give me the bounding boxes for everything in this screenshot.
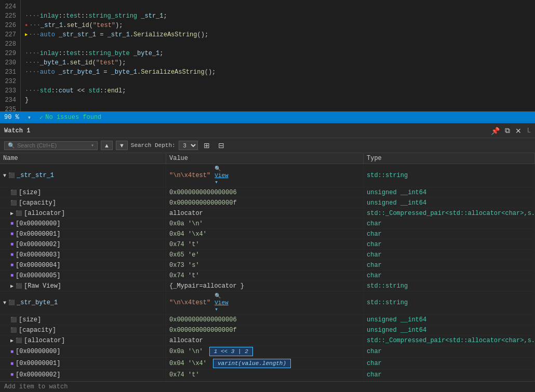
collapse-icon[interactable]: ▼ bbox=[3, 173, 6, 179]
table-row[interactable]: ■ [0x00000003] 0x65 'e' char bbox=[0, 250, 535, 260]
cell-name-cap-1[interactable]: ⬛ [capacity] bbox=[0, 198, 166, 208]
cell-name-idx4-1[interactable]: ■ [0x00000004] bbox=[0, 260, 166, 270]
cell-type-size-1: unsigned __int64 bbox=[364, 187, 535, 197]
cell-name-size-2[interactable]: ⬛ [size] bbox=[0, 315, 166, 325]
table-row[interactable]: ⬛ [capacity] 0x000000000000000f unsigned… bbox=[0, 325, 535, 335]
table-row[interactable]: ■ [0x00000001] 0x04 '\x4' char bbox=[0, 229, 535, 239]
watch-table-body[interactable]: ▼ ⬛ _str_str_1 "\n\x4test" 🔍 View ▾ std:… bbox=[0, 164, 535, 381]
cell-name-idx1-1[interactable]: ■ [0x00000001] bbox=[0, 229, 166, 239]
cell-value-idx5-1: 0x74 't' bbox=[166, 271, 364, 280]
add-item-row[interactable]: Add item to watch bbox=[0, 381, 535, 392]
cell-name-cap-2[interactable]: ⬛ [capacity] bbox=[0, 325, 166, 335]
cell-value-size-2: 0x0000000000000006 bbox=[166, 315, 364, 325]
cell-value-alloc-1: allocator bbox=[166, 208, 364, 218]
cell-value-str-str-1: "\n\x4test" 🔍 View ▾ bbox=[166, 164, 364, 187]
cell-type-idx1-1: char bbox=[364, 229, 535, 239]
code-line-227: ▶···auto _str_str_1 = _str_1.SerializeAs… bbox=[25, 30, 535, 39]
table-row[interactable]: ■ [0x00000002] 0x74 't' char bbox=[0, 239, 535, 250]
variable-icon: ⬛ bbox=[10, 327, 17, 333]
cell-name-alloc-1[interactable]: ▶ ⬛ [allocator] bbox=[0, 208, 166, 218]
table-row[interactable]: ▼ ⬛ _str_byte_1 "\n\x4test" 🔍 View ▾ std… bbox=[0, 291, 535, 315]
table-row[interactable]: ⬛ [size] 0x0000000000000006 unsigned __i… bbox=[0, 315, 535, 325]
cell-name-str-byte-1[interactable]: ▼ ⬛ _str_byte_1 bbox=[0, 291, 166, 314]
table-row[interactable]: ⬛ [capacity] 0x000000000000000f unsigned… bbox=[0, 198, 535, 208]
cell-name-alloc-2[interactable]: ▶ ⬛ [allocator] bbox=[0, 335, 166, 345]
cell-type-idx2-1: char bbox=[364, 239, 535, 249]
code-editor: 224 225 226 227 228 229 230 231 232 233 … bbox=[0, 0, 535, 112]
table-row[interactable]: ▼ ⬛ _str_str_1 "\n\x4test" 🔍 View ▾ std:… bbox=[0, 164, 535, 187]
search-input[interactable] bbox=[17, 142, 89, 148]
variable-icon: ⬛ bbox=[16, 283, 22, 289]
watch-toolbar: 🔍 ▾ ▲ ▼ Search Depth: 3 1 2 4 5 ⊞ ⊟ bbox=[0, 138, 535, 153]
cell-name-size-1[interactable]: ⬛ [size] bbox=[0, 187, 166, 197]
table-row[interactable]: ■ [0x00000004] 0x73 's' char bbox=[0, 260, 535, 271]
cell-value-raw-1: {_Mypair=allocator } bbox=[166, 281, 364, 291]
cell-value-idx2-1: 0x74 't' bbox=[166, 239, 364, 249]
table-row[interactable]: ⬛ [size] 0x0000000000000006 unsigned __i… bbox=[0, 187, 535, 198]
search-depth-select[interactable]: 3 1 2 4 5 bbox=[179, 141, 198, 150]
col-header-type: Type bbox=[364, 153, 535, 164]
cell-name-idx1-2[interactable]: ■ [0x00000001] bbox=[0, 358, 166, 369]
col-header-value: Value bbox=[166, 153, 364, 164]
view-link[interactable]: 🔍 View ▾ bbox=[215, 165, 228, 186]
code-line-230: ····_byte_1.set_id("test"); bbox=[25, 58, 535, 67]
no-issues-status: ✓ No issues found bbox=[39, 114, 101, 121]
cell-value-idx2-2: 0x74 't' bbox=[166, 370, 364, 380]
table-row[interactable]: ▶ ⬛ [allocator] allocator std::_Compress… bbox=[0, 208, 535, 219]
variable-icon: ■ bbox=[10, 231, 14, 237]
variable-icon: ⬛ bbox=[8, 300, 15, 306]
watch-float-button[interactable]: ⧉ bbox=[503, 126, 512, 136]
table-row[interactable]: ■ [0x00000005] 0x74 't' char bbox=[0, 271, 535, 281]
watch-title: Watch 1 bbox=[4, 127, 30, 134]
cell-value-str-byte-1: "\n\x4test" 🔍 View ▾ bbox=[166, 291, 364, 314]
variable-icon: ■ bbox=[10, 252, 14, 258]
table-row[interactable]: ■ [0x00000000] 0x0a '\n' 1 << 3 | 2 char bbox=[0, 346, 535, 358]
cell-name-idx5-1[interactable]: ■ [0x00000005] bbox=[0, 271, 166, 280]
watch-close-button[interactable]: ✕ bbox=[514, 126, 523, 136]
watch-header: Watch 1 📌 ⧉ ✕ L bbox=[0, 124, 535, 138]
code-line-234: } bbox=[25, 96, 535, 105]
search-depth-label: Search Depth: bbox=[131, 142, 176, 148]
cell-value-idx0-2: 0x0a '\n' 1 << 3 | 2 bbox=[166, 346, 364, 357]
search-dropdown-icon[interactable]: ▾ bbox=[91, 142, 94, 148]
cell-name-idx3-1[interactable]: ■ [0x00000003] bbox=[0, 250, 166, 260]
cell-type-idx0-2: char bbox=[364, 346, 535, 357]
search-box-container: 🔍 ▾ bbox=[4, 141, 98, 150]
search-prev-button[interactable]: ▲ bbox=[101, 141, 113, 150]
watch-controls: 📌 ⧉ ✕ L bbox=[489, 126, 531, 136]
cell-name-idx0-1[interactable]: ■ [0x00000000] bbox=[0, 219, 166, 228]
table-row[interactable]: ▶ ⬛ [allocator] allocator std::_Compress… bbox=[0, 335, 535, 346]
cell-name-idx0-2[interactable]: ■ [0x00000000] bbox=[0, 346, 166, 357]
cell-type-idx3-1: char bbox=[364, 250, 535, 260]
cell-name-raw-1[interactable]: ▶ ⬛ [Raw View] bbox=[0, 281, 166, 291]
search-next-button[interactable]: ▼ bbox=[116, 141, 128, 150]
table-row[interactable]: ■ [0x00000000] 0x0a '\n' char bbox=[0, 219, 535, 229]
expand-icon[interactable]: ▶ bbox=[10, 337, 14, 344]
cell-type-idx5-1: char bbox=[364, 271, 535, 280]
cell-name-str-str-1[interactable]: ▼ ⬛ _str_str_1 bbox=[0, 164, 166, 187]
table-row[interactable]: ▶ ⬛ [Raw View] {_Mypair=allocator } std:… bbox=[0, 281, 535, 291]
cell-name-idx2-2[interactable]: ■ [0x00000002] bbox=[0, 370, 166, 380]
variable-icon: ■ bbox=[10, 262, 14, 268]
code-line-225: ····inlay::test::string_string _str_1; bbox=[25, 11, 535, 21]
watch-panel: Watch 1 📌 ⧉ ✕ L 🔍 ▾ ▲ ▼ Search Depth: 3 … bbox=[0, 123, 535, 392]
collapse-icon[interactable]: ▼ bbox=[3, 300, 6, 306]
cell-value-idx1-2: 0x04 '\x4' varint(value.length) bbox=[166, 358, 364, 369]
expand-all-button[interactable]: ⊞ bbox=[201, 140, 212, 151]
view-link-2[interactable]: 🔍 View ▾ bbox=[215, 292, 228, 313]
variable-icon: ⬛ bbox=[16, 337, 22, 344]
table-row[interactable]: ■ [0x00000001] 0x04 '\x4' varint(value.l… bbox=[0, 358, 535, 370]
cell-type-idx4-1: char bbox=[364, 260, 535, 270]
table-row[interactable]: ■ [0x00000002] 0x74 't' char bbox=[0, 370, 535, 380]
zoom-level[interactable]: 90 % bbox=[4, 114, 19, 121]
cell-type-size-2: unsigned __int64 bbox=[364, 315, 535, 325]
watch-pin-button[interactable]: 📌 bbox=[489, 126, 501, 136]
expand-icon[interactable]: ▶ bbox=[10, 283, 14, 289]
add-item-label: Add item to watch bbox=[4, 383, 68, 390]
cell-type-raw-1: std::string bbox=[364, 281, 535, 291]
expand-icon[interactable]: ▶ bbox=[10, 210, 14, 217]
cell-name-idx2-1[interactable]: ■ [0x00000002] bbox=[0, 239, 166, 249]
watch-expand-icon[interactable]: L bbox=[527, 127, 531, 134]
cell-value-idx3-1: 0x65 'e' bbox=[166, 250, 364, 260]
collapse-all-button[interactable]: ⊟ bbox=[216, 140, 227, 151]
